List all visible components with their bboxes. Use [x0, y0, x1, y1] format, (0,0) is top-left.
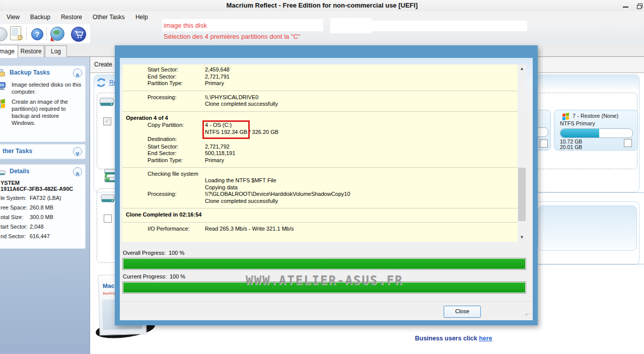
log-row: End Sector: 2,721,791 — [122, 74, 518, 81]
menu-help[interactable]: Help — [131, 11, 153, 21]
overall-progress-bar — [122, 258, 526, 270]
clone-progress-dialog: Start Sector: 2,459,648 End Sector: 2,72… — [115, 45, 538, 325]
log-value: 2,721,792 — [205, 144, 518, 151]
detail-row: otal Size: 300.0 MB — [0, 214, 85, 224]
operation-title: Operation 4 of 4 — [122, 115, 518, 122]
sidebar-item-image-disks[interactable]: Image selected disks on this computer. — [0, 81, 83, 95]
usage-bar — [560, 128, 633, 138]
volume-name: YSTEM — [0, 178, 85, 186]
separator — [122, 167, 518, 168]
cart-icon[interactable] — [71, 27, 86, 42]
toolbar-separator — [26, 27, 27, 40]
log-value: Primary — [205, 157, 518, 164]
close-button[interactable]: Close — [444, 306, 481, 318]
scroll-down-arrow[interactable]: ▼ — [518, 233, 526, 242]
business-users-link[interactable]: here — [479, 335, 492, 342]
divider-line — [538, 192, 644, 193]
log-value: 2,459,648 — [205, 66, 518, 74]
completed-title: Clone Completed in 02:16:54 — [122, 211, 518, 219]
details-title: Details — [10, 165, 29, 178]
censor-box — [330, 18, 372, 33]
progress-value: 100 % — [170, 273, 185, 279]
detail-label: le System: — [1, 195, 26, 201]
sidebar: Backup Tasks Image selected disks on thi… — [0, 57, 90, 354]
collapse-button[interactable] — [73, 167, 82, 176]
detail-label: tart Sector: — [1, 224, 28, 230]
log-label: Partition Type: — [148, 80, 205, 87]
log-line: Copying data — [205, 184, 238, 190]
dialog-body: Start Sector: 2,459,648 End Sector: 2,72… — [120, 58, 533, 320]
details-panel: Details YSTEM 1911A6CF-3FB3-482E-A90C le… — [0, 164, 86, 249]
restore-icon — [637, 4, 642, 8]
dialog-scrollbar[interactable]: ▲ ▼ — [518, 64, 526, 242]
help-icon[interactable]: ? — [31, 28, 43, 40]
resize-grip[interactable]: ⠴⠂ — [524, 311, 533, 317]
scroll-up-arrow[interactable]: ▲ — [518, 64, 526, 73]
log-label: Partition Type: — [148, 157, 205, 164]
disk1-checkbox[interactable]: ✓ — [103, 117, 111, 125]
log-label: End Sector: — [148, 74, 205, 81]
footer-label: Business users click — [415, 335, 477, 342]
scroll-thumb[interactable] — [518, 168, 526, 221]
partition-subtitle: NTFS Primary — [560, 120, 595, 126]
disk2-checkbox[interactable] — [104, 215, 112, 223]
windows-flag-icon — [0, 100, 5, 108]
partition-total: 20.01 GB — [560, 144, 582, 150]
partition6-checkbox[interactable] — [540, 139, 548, 148]
log-label: Processing: — [148, 94, 205, 108]
log-label: Copy Partition: — [148, 122, 205, 135]
tab-restore[interactable]: Restore — [18, 45, 44, 57]
log-value: Read 265.3 Mb/s - Write 321.1 Mb/s — [205, 226, 518, 233]
detail-value: 300.0 MB — [30, 214, 53, 220]
disk-icon — [99, 97, 115, 109]
menu-backup[interactable]: Backup — [26, 11, 55, 21]
business-users-text: Business users click here — [415, 335, 492, 342]
refresh-icon[interactable] — [96, 77, 107, 89]
menu-restore[interactable]: Restore — [56, 11, 87, 21]
menu-other-tasks[interactable]: Other Tasks — [88, 11, 129, 21]
tab-restore-label: Restore — [20, 48, 41, 55]
log-label: End Sector: — [148, 150, 205, 157]
log-row: Partition Type: Primary — [122, 157, 518, 164]
backup-tasks-panel: Backup Tasks Image selected disks on thi… — [0, 65, 86, 142]
log-row: I/O Performance: Read 265.3 Mb/s - Write… — [122, 226, 518, 233]
minimize-button[interactable] — [620, 2, 631, 10]
usage-fill — [560, 129, 599, 137]
progress-label-text: Overall Progress: — [123, 250, 166, 256]
log-label: Processing: — [148, 191, 205, 198]
refresh-link[interactable]: Refresh — [109, 79, 115, 86]
log-row: Partition Type: Primary — [122, 80, 518, 87]
gear-icon: ⚙ — [17, 33, 24, 42]
disk-icon — [101, 193, 116, 205]
log-line: \\.\PHYSICALDRIVE0 — [205, 94, 258, 100]
sidebar-item-create-image[interactable]: Create an image of the partition(s) requ… — [0, 98, 83, 126]
tab-image[interactable]: mage — [0, 45, 18, 58]
toolbar-separator — [46, 27, 47, 40]
sidebar-item-label: Create an image of the partition(s) requ… — [12, 99, 68, 126]
restore-button[interactable] — [634, 2, 644, 10]
log-row: Copy Partition: 4 - OS (C:) NTFS 192.34 … — [122, 122, 518, 135]
partition-card-7[interactable]: 7 - Restore (None) NTFS Primary 10.72 GB… — [554, 110, 638, 151]
log-line: Loading the NTFS $MFT File — [205, 177, 276, 183]
annotation-text-2: Sélection des 4 premières partitions don… — [164, 33, 301, 40]
annotation-highlight-box — [202, 120, 250, 139]
web-download-icon[interactable] — [50, 27, 64, 41]
edit-defaults-icon[interactable]: ⚙ — [9, 26, 22, 41]
log-value: Primary — [205, 80, 518, 87]
detail-row: le System: FAT32 (LBA) — [0, 195, 85, 204]
log-row: Processing: \\.\PHYSICALDRIVE0Clone comp… — [122, 94, 518, 108]
boxart-subtitle: Backing — [103, 291, 115, 295]
menu-view[interactable]: View — [2, 11, 24, 21]
copy-partition-value: 4 - OS (C:) NTFS 192.34 GB / 326.20 GB — [205, 122, 518, 135]
partition7-checkbox[interactable] — [624, 139, 632, 147]
title-bar: Macrium Reflect - Free Edition for non-c… — [0, 0, 644, 12]
annotation-text-1: image this disk — [164, 22, 207, 29]
detail-value: 2,048 — [30, 224, 44, 230]
collapse-button[interactable] — [73, 68, 82, 78]
expand-button[interactable] — [73, 147, 82, 156]
operation-log: Start Sector: 2,459,648 End Sector: 2,72… — [122, 64, 518, 242]
separator — [122, 222, 518, 223]
tab-log[interactable]: Log — [45, 45, 67, 57]
log-row: End Sector: 500,118,191 — [122, 150, 518, 157]
details-disk-icon — [0, 168, 6, 181]
